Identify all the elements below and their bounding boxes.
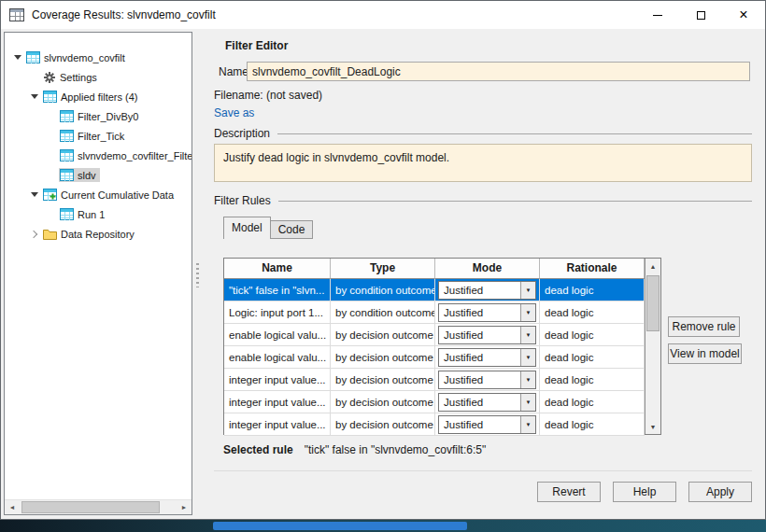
rule-row[interactable]: enable logical valu... by decision outco… (224, 324, 645, 346)
window-controls: × (636, 1, 765, 29)
panel-splitter[interactable] (192, 32, 203, 515)
scrollbar-track[interactable] (20, 500, 177, 514)
mode-dropdown[interactable]: Justified▼ (438, 326, 536, 344)
dropdown-arrow-icon: ▼ (520, 282, 535, 299)
rule-type-cell[interactable]: by decision outcome (331, 346, 435, 369)
footer-divider (214, 470, 752, 471)
scrollbar-track[interactable] (645, 273, 660, 419)
rule-type-cell[interactable]: by decision outcome (331, 413, 435, 436)
rule-rationale-cell[interactable]: dead logic (540, 301, 645, 324)
view-in-model-button[interactable]: View in model (668, 343, 742, 364)
rule-rationale-cell[interactable]: dead logic (540, 413, 645, 436)
expander-spacer (44, 204, 59, 224)
expander-spacer (44, 165, 59, 185)
rule-name-cell[interactable]: enable logical valu... (224, 324, 331, 346)
scrollbar-thumb[interactable] (21, 501, 160, 513)
rule-name-cell[interactable]: enable logical valu... (224, 346, 331, 369)
scroll-down-button[interactable]: ▼ (645, 419, 660, 434)
mode-dropdown[interactable]: Justified▼ (438, 393, 536, 412)
expander-spacer (44, 126, 59, 146)
rule-mode-cell: Justified▼ (435, 279, 540, 301)
tree-item-sldv[interactable]: sldv (5, 165, 192, 185)
rule-rationale-cell[interactable]: dead logic (540, 279, 645, 301)
scroll-left-button[interactable]: ◄ (5, 500, 20, 514)
expander-icon[interactable] (27, 224, 42, 244)
filter-name-input[interactable] (247, 62, 750, 81)
minimize-icon (653, 15, 662, 16)
rule-rationale-cell[interactable]: dead logic (540, 346, 645, 369)
tree-horizontal-scrollbar[interactable]: ◄ ► (5, 499, 192, 514)
group-divider-line (277, 133, 752, 134)
apply-button[interactable]: Apply (688, 482, 752, 502)
expander-icon[interactable] (27, 87, 42, 106)
tree-item-run-1[interactable]: Run 1 (5, 204, 192, 224)
minimize-button[interactable] (636, 1, 679, 29)
folder-icon (43, 228, 57, 240)
tree-item-current-cumulative-data[interactable]: Current Cumulative Data (5, 185, 192, 204)
rule-type-cell[interactable]: by condition outcome (331, 301, 435, 324)
rule-name-cell[interactable]: integer input value... (224, 369, 331, 391)
description-box[interactable]: Justify dead logic in slvnvdemo_covfilt … (214, 144, 752, 182)
rule-row[interactable]: "tick" false in "slvn... by condition ou… (224, 279, 645, 301)
tree-item-filter-divby0[interactable]: Filter_DivBy0 (5, 106, 192, 126)
rule-row[interactable]: integer input value... by decision outco… (224, 391, 645, 413)
column-header-mode: Mode (435, 259, 540, 279)
scroll-right-button[interactable]: ► (177, 500, 192, 514)
expander-icon[interactable] (10, 48, 25, 67)
rule-name-cell[interactable]: integer input value... (224, 391, 331, 413)
close-button[interactable]: × (722, 1, 765, 29)
tab-code[interactable]: Code (271, 220, 314, 239)
tree-item-covfilter-filter[interactable]: slvnvdemo_covfilter_Filter (5, 146, 192, 165)
tree-item-label: Filter_DivBy0 (78, 111, 138, 122)
scroll-up-button[interactable]: ▲ (645, 259, 660, 273)
description-group-header: Description (214, 127, 752, 140)
rule-type-cell[interactable]: by decision outcome (331, 391, 435, 413)
coverage-data-icon (26, 51, 40, 63)
rule-mode-cell: Justified▼ (435, 301, 540, 324)
dropdown-arrow-icon: ▼ (520, 394, 535, 411)
rule-name-cell[interactable]: integer input value... (224, 413, 331, 436)
tree-item-settings[interactable]: Settings (5, 67, 192, 87)
mode-dropdown[interactable]: Justified▼ (438, 371, 536, 389)
column-header-rationale: Rationale (540, 259, 645, 279)
expander-icon[interactable] (27, 185, 42, 204)
rule-row[interactable]: integer input value... by decision outco… (224, 369, 645, 391)
rule-type-cell[interactable]: by decision outcome (331, 324, 435, 346)
background-strip (0, 520, 766, 532)
remove-rule-button[interactable]: Remove rule (668, 316, 740, 337)
dropdown-arrow-icon: ▼ (520, 416, 535, 433)
mode-dropdown[interactable]: Justified▼ (438, 303, 536, 322)
rule-name-cell[interactable]: Logic: input port 1... (224, 301, 331, 324)
rule-row[interactable]: Logic: input port 1... by condition outc… (224, 301, 645, 324)
revert-button[interactable]: Revert (537, 482, 601, 502)
tab-model[interactable]: Model (223, 217, 271, 239)
rule-type-cell[interactable]: by condition outcome (331, 279, 435, 301)
table-header-row: Name Type Mode Rationale (224, 259, 645, 279)
tree-item-data-repository[interactable]: Data Repository (5, 224, 192, 244)
rule-rationale-cell[interactable]: dead logic (540, 369, 645, 391)
mode-dropdown[interactable]: Justified▼ (438, 281, 536, 300)
dropdown-arrow-icon: ▼ (520, 371, 535, 388)
rule-name-cell[interactable]: "tick" false in "slvn... (224, 279, 331, 301)
save-as-link[interactable]: Save as (214, 106, 254, 119)
rule-rationale-cell[interactable]: dead logic (540, 324, 645, 346)
maximize-button[interactable] (679, 1, 722, 29)
rule-row[interactable]: integer input value... by decision outco… (224, 413, 645, 436)
table-vertical-scrollbar[interactable]: ▲ ▼ (645, 259, 660, 434)
tree-item-label: Applied filters (4) (61, 91, 138, 103)
expander-spacer (44, 106, 59, 126)
rule-rationale-cell[interactable]: dead logic (540, 391, 645, 413)
tree-item-label: Settings (60, 72, 97, 83)
rule-row[interactable]: enable logical valu... by decision outco… (224, 346, 645, 369)
tree-item-applied-filters[interactable]: Applied filters (4) (5, 87, 192, 106)
scrollbar-thumb[interactable] (646, 275, 660, 331)
rule-type-cell[interactable]: by decision outcome (331, 369, 435, 391)
mode-dropdown[interactable]: Justified▼ (438, 348, 536, 367)
tree-item-slvnvdemo-covfilt[interactable]: slvnvdemo_covfilt (5, 48, 192, 67)
rules-grid: Name Type Mode Rationale "tick" false in… (224, 259, 645, 434)
mode-dropdown[interactable]: Justified▼ (438, 415, 536, 434)
titlebar[interactable]: Coverage Results: slvnvdemo_covfilt × (1, 1, 765, 29)
tree-item-filter-tick[interactable]: Filter_Tick (5, 126, 192, 146)
cumulative-data-icon (43, 189, 57, 201)
help-button[interactable]: Help (613, 482, 676, 502)
